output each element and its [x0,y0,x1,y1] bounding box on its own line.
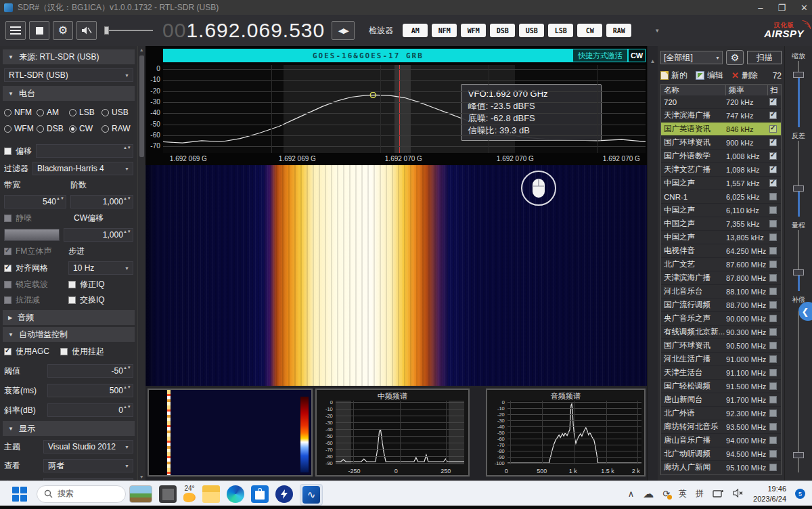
swap-iq-checkbox[interactable] [68,296,76,304]
scan-checkbox[interactable] [769,139,777,146]
shift-checkbox[interactable] [4,148,12,155]
mode-cw-button[interactable]: CW [577,24,602,37]
list-item[interactable]: 廊坊转河北音乐93.500 MHz [661,420,781,434]
shift-input[interactable]: ▲▼ [36,144,133,158]
onedrive-cloud-icon[interactable]: ☁ [643,487,654,500]
notification-badge[interactable]: 5 [795,489,805,499]
source-select[interactable]: RTL-SDR (USB)▼ [4,68,133,82]
snap-grid-checkbox[interactable] [4,265,12,272]
correct-iq-checkbox[interactable] [68,281,76,288]
scan-checkbox[interactable] [769,355,777,363]
radio-lsb[interactable]: LSB [69,108,102,117]
manager-settings-button[interactable]: ⚙ [726,50,744,65]
list-item[interactable]: 天津滨海广播747 kHz [661,109,781,123]
file-explorer-icon[interactable] [202,485,220,503]
slider-thumb-3[interactable] [793,452,804,458]
radio-header[interactable]: ▼电台 [3,86,135,101]
microsoft-store-icon[interactable] [251,485,269,503]
scan-button[interactable]: 扫描 [747,51,782,64]
decay-input[interactable]: 500▲▼ [47,384,133,397]
list-item[interactable]: 北广外语92.300 MHz [661,407,781,420]
scan-checkbox[interactable] [769,288,777,295]
slope-input[interactable]: 0▲▼ [47,403,133,417]
list-item[interactable]: 国广流行调频88.700 MHz [661,298,781,312]
radio-dsb[interactable]: DSB [37,124,69,133]
vfo-line[interactable] [399,65,400,153]
new-entry-button[interactable]: 新的 [671,70,687,81]
scan-checkbox[interactable] [769,342,777,349]
list-item[interactable]: 天津生活台91.100 MHz [661,366,781,380]
list-item[interactable]: 天津文艺广播1,098 kHz [661,163,781,177]
scan-checkbox[interactable] [769,261,777,268]
slider-thumb-2[interactable] [793,269,804,275]
list-item[interactable]: 有线调频北京新...90.300 MHz [661,326,781,339]
mode-usb-button[interactable]: USB [519,24,544,37]
scan-checkbox[interactable] [769,396,777,403]
delete-entry-button[interactable]: 删除 [742,70,758,81]
scan-checkbox[interactable] [769,274,777,282]
scan-checkbox[interactable] [769,315,777,322]
list-item[interactable]: 中国之声7,355 kHz [661,217,781,231]
slider-thumb-1[interactable] [793,185,804,192]
slider-3[interactable] [798,311,799,472]
minimize-button[interactable]: – [758,3,763,13]
stop-button[interactable] [29,21,49,40]
display-header[interactable]: ▼显示 [3,421,135,436]
scan-checkbox[interactable] [769,369,777,376]
color-scale-bar[interactable] [300,397,309,472]
radio-wfm[interactable]: WFM [4,124,37,133]
list-item[interactable]: 廊坊人广新闻95.100 MHz [661,461,781,474]
task-view-icon[interactable] [159,485,177,503]
center-tune-button[interactable]: ◀▶ [332,21,355,40]
list-item[interactable]: 中国之声1,557 kHz [661,177,781,190]
scan-checkbox[interactable] [769,112,777,119]
list-item[interactable]: 中国之声6,110 kHz [661,204,781,217]
column-name[interactable]: 名称 [661,85,726,95]
photos-thumbnail[interactable] [129,485,152,503]
scan-checkbox[interactable] [769,450,777,458]
squelch-checkbox[interactable] [4,215,12,222]
mode-lsb-button[interactable]: LSB [548,24,573,37]
scan-checkbox[interactable] [769,125,777,133]
list-item[interactable]: 国广轻松调频91.500 MHz [661,380,781,393]
bandwidth-input[interactable]: 540▲▼ [4,195,66,208]
clock[interactable]: 19:46 2023/6/24 [753,484,786,504]
order-input[interactable]: 1,000▲▼ [70,195,133,208]
spectrum-display[interactable]: GOES-16&GOES-17 GRB 快捷方式激活 CW 0-10-20-30… [145,46,647,165]
list-item[interactable]: 河北生活广播91.000 MHz [661,353,781,366]
lock-carrier-checkbox[interactable] [4,281,12,288]
list-item[interactable]: 国广环球资讯90.500 MHz [661,339,781,353]
if-waterfall-panel[interactable] [148,389,313,477]
list-item[interactable]: 河北音乐台88.100 MHz [661,285,781,298]
list-item[interactable]: 央广音乐之声90.000 MHz [661,312,781,326]
threshold-input[interactable]: -50▲▼ [47,364,133,378]
filter-select[interactable]: Blackman-Harris 4▼ [32,162,133,175]
sdrsharp-taskbar-icon[interactable]: ∿ [300,484,323,506]
list-item[interactable]: 国广环球资讯900 kHz [661,136,781,150]
if-spectrum-panel[interactable]: 中频频谱 0-10-20-30-40-50-60-70-80-90 -25002… [315,389,470,477]
chevron-down-icon[interactable]: ▼ [654,28,660,34]
scan-checkbox[interactable] [769,301,777,309]
list-scrollbar[interactable]: ▲ [647,46,658,481]
list-item[interactable]: 中国之声13,805 kHz [661,231,781,244]
radio-raw[interactable]: RAW [102,124,134,133]
edge-browser-icon[interactable] [227,485,244,503]
frequency-display[interactable]: 001.692.069.530 [162,19,325,42]
slider-thumb-0[interactable] [793,72,804,78]
scan-checkbox[interactable] [769,328,777,336]
radio-am[interactable]: AM [37,108,69,117]
column-scan[interactable]: 扫 [768,85,782,95]
scan-checkbox[interactable] [769,220,777,227]
audio-header[interactable]: ▶音频 [3,310,135,325]
radio-usb[interactable]: USB [102,108,134,117]
ime-english[interactable]: 英 [679,488,687,500]
scan-checkbox[interactable] [769,410,777,417]
list-item[interactable]: 唐山音乐广播94.000 MHz [661,434,781,447]
weather-widget[interactable]: 24° [183,485,196,502]
list-item[interactable]: CNR-16,025 kHz [661,190,781,204]
mode-dsb-button[interactable]: DSB [490,24,515,37]
touch-keyboard-icon[interactable] [713,489,724,499]
scan-checkbox[interactable] [769,247,777,255]
mode-nfm-button[interactable]: NFM [432,24,457,37]
app-bolt-icon[interactable] [275,485,293,503]
